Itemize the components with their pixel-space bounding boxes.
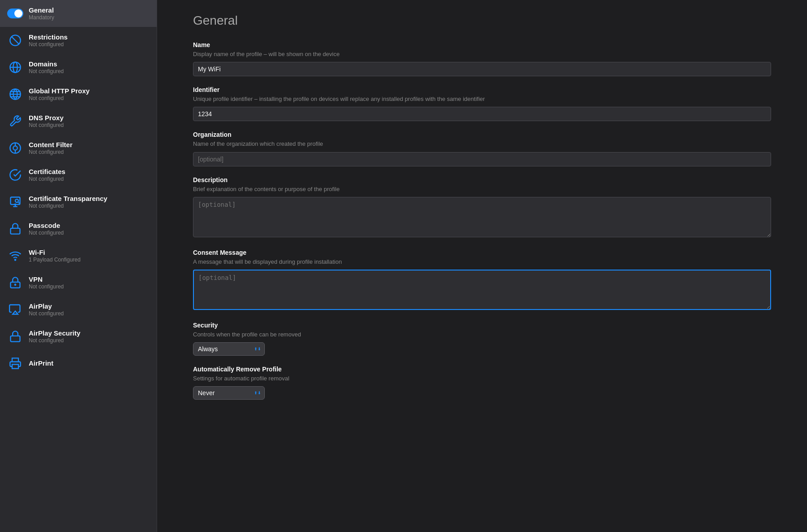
restrictions-icon xyxy=(7,32,23,48)
sidebar-item-airplay-security-title: AirPlay Security xyxy=(29,329,80,337)
sidebar-item-general-title: General xyxy=(29,6,54,14)
toggle-icon xyxy=(7,5,23,22)
sidebar-item-airprint-title: AirPrint xyxy=(29,359,53,367)
sidebar-item-content-filter-title: Content Filter xyxy=(29,141,73,148)
auto-remove-section: Automatically Remove Profile Settings fo… xyxy=(193,366,771,400)
auto-remove-select[interactable]: Never On Date After Interval xyxy=(193,386,265,400)
sidebar-item-vpn[interactable]: VPN Not configured xyxy=(0,269,157,296)
auto-remove-description: Settings for automatic profile removal xyxy=(193,375,771,383)
sidebar-item-content-filter-subtitle: Not configured xyxy=(29,149,73,155)
sidebar-item-restrictions[interactable]: Restrictions Not configured xyxy=(0,27,157,54)
sidebar-item-general[interactable]: General Mandatory xyxy=(0,0,157,27)
security-select-wrapper: Always With Authorization Never xyxy=(193,342,265,356)
consent-message-section: Consent Message A message that will be d… xyxy=(193,249,771,312)
svg-point-22 xyxy=(15,284,16,285)
sidebar-item-passcode[interactable]: Passcode Not configured xyxy=(0,215,157,242)
description-section: Description Brief explanation of the con… xyxy=(193,176,771,239)
svg-point-17 xyxy=(15,199,18,202)
svg-rect-25 xyxy=(12,364,18,368)
sidebar-item-wifi-subtitle: 1 Payload Configured xyxy=(29,257,80,263)
sidebar-item-general-subtitle: Mandatory xyxy=(29,14,54,21)
identifier-input[interactable] xyxy=(193,107,771,121)
sidebar-item-airplay-subtitle: Not configured xyxy=(29,310,64,317)
name-section: Name Display name of the profile – will … xyxy=(193,41,771,76)
consent-message-description: A message that will be displayed during … xyxy=(193,258,771,266)
main-content: General Name Display name of the profile… xyxy=(157,0,807,532)
svg-point-20 xyxy=(15,259,16,260)
identifier-label: Identifier xyxy=(193,86,771,93)
sidebar-item-passcode-title: Passcode xyxy=(29,222,64,229)
sidebar-item-airplay[interactable]: AirPlay Not configured xyxy=(0,296,157,323)
identifier-description: Unique profile identifier – installing t… xyxy=(193,95,771,103)
global-http-proxy-icon xyxy=(7,86,23,102)
airprint-icon xyxy=(7,355,23,371)
sidebar-item-domains-title: Domains xyxy=(29,60,64,68)
sidebar-item-vpn-title: VPN xyxy=(29,275,64,283)
sidebar-item-restrictions-title: Restrictions xyxy=(29,33,68,41)
description-input[interactable] xyxy=(193,197,771,237)
certificates-icon xyxy=(7,167,23,183)
identifier-section: Identifier Unique profile identifier – i… xyxy=(193,86,771,121)
domains-icon xyxy=(7,59,23,75)
organization-label: Organization xyxy=(193,131,771,138)
consent-message-input[interactable] xyxy=(193,270,771,310)
sidebar-item-global-http-proxy[interactable]: Global HTTP Proxy Not configured xyxy=(0,81,157,108)
sidebar-item-wifi[interactable]: Wi-Fi 1 Payload Configured xyxy=(0,242,157,269)
sidebar-item-airplay-security[interactable]: AirPlay Security Not configured xyxy=(0,323,157,350)
svg-line-1 xyxy=(12,37,19,44)
name-input[interactable] xyxy=(193,62,771,76)
wifi-icon xyxy=(7,248,23,264)
sidebar-item-certificates-subtitle: Not configured xyxy=(29,176,66,182)
dns-proxy-icon xyxy=(7,113,23,129)
auto-remove-label: Automatically Remove Profile xyxy=(193,366,771,373)
sidebar-item-restrictions-subtitle: Not configured xyxy=(29,41,68,48)
security-label: Security xyxy=(193,322,771,329)
sidebar-item-cert-transparency-title: Certificate Transparency xyxy=(29,195,107,202)
sidebar: General Mandatory Restrictions Not confi… xyxy=(0,0,157,532)
security-select[interactable]: Always With Authorization Never xyxy=(193,342,265,356)
svg-marker-23 xyxy=(13,311,18,314)
organization-section: Organization Name of the organization wh… xyxy=(193,131,771,166)
security-description: Controls when the profile can be removed xyxy=(193,331,771,339)
svg-point-14 xyxy=(15,204,16,205)
sidebar-item-dns-proxy[interactable]: DNS Proxy Not configured xyxy=(0,108,157,135)
svg-point-10 xyxy=(13,146,17,150)
sidebar-item-domains-subtitle: Not configured xyxy=(29,68,64,74)
sidebar-item-airplay-title: AirPlay xyxy=(29,302,64,310)
svg-line-18 xyxy=(18,202,19,203)
sidebar-item-domains[interactable]: Domains Not configured xyxy=(0,54,157,81)
sidebar-item-cert-transparency-subtitle: Not configured xyxy=(29,203,107,209)
consent-message-label: Consent Message xyxy=(193,249,771,256)
svg-rect-19 xyxy=(11,228,20,234)
organization-input[interactable] xyxy=(193,152,771,166)
name-description: Display name of the profile – will be sh… xyxy=(193,50,771,58)
svg-rect-24 xyxy=(11,336,20,342)
sidebar-item-content-filter[interactable]: Content Filter Not configured xyxy=(0,135,157,161)
description-description: Brief explanation of the contents or pur… xyxy=(193,185,771,193)
passcode-icon xyxy=(7,221,23,237)
sidebar-item-airprint[interactable]: AirPrint xyxy=(0,350,157,377)
airplay-security-icon xyxy=(7,328,23,344)
sidebar-item-vpn-subtitle: Not configured xyxy=(29,283,64,290)
auto-remove-select-wrapper: Never On Date After Interval xyxy=(193,386,265,400)
content-filter-icon xyxy=(7,140,23,156)
sidebar-item-global-http-proxy-subtitle: Not configured xyxy=(29,95,90,101)
sidebar-item-airplay-security-subtitle: Not configured xyxy=(29,337,80,344)
description-label: Description xyxy=(193,176,771,183)
sidebar-item-certificates-title: Certificates xyxy=(29,168,66,175)
vpn-icon xyxy=(7,275,23,291)
page-title: General xyxy=(193,13,771,28)
sidebar-item-passcode-subtitle: Not configured xyxy=(29,230,64,236)
sidebar-item-certificate-transparency[interactable]: Certificate Transparency Not configured xyxy=(0,188,157,215)
name-label: Name xyxy=(193,41,771,48)
sidebar-item-dns-proxy-subtitle: Not configured xyxy=(29,122,64,128)
organization-description: Name of the organization which created t… xyxy=(193,140,771,148)
security-section: Security Controls when the profile can b… xyxy=(193,322,771,356)
sidebar-item-dns-proxy-title: DNS Proxy xyxy=(29,114,64,122)
airplay-icon xyxy=(7,301,23,318)
certificate-transparency-icon xyxy=(7,194,23,210)
sidebar-item-global-http-proxy-title: Global HTTP Proxy xyxy=(29,87,90,95)
sidebar-item-certificates[interactable]: Certificates Not configured xyxy=(0,161,157,188)
sidebar-item-wifi-title: Wi-Fi xyxy=(29,249,80,256)
